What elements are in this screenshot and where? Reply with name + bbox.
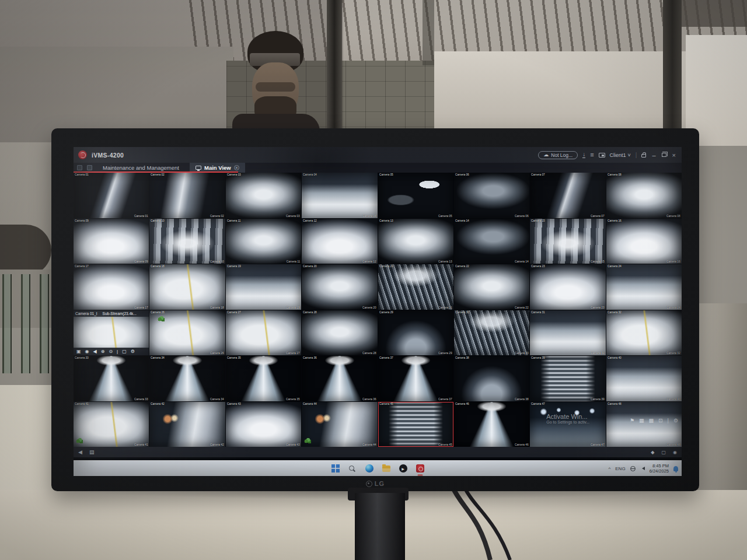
camera-tile[interactable]: Camera 02Camera 02	[149, 173, 225, 218]
control-panel-icon[interactable]	[77, 165, 82, 170]
tab-close-icon[interactable]: ×	[234, 165, 239, 170]
clock[interactable]: 8:45 PM 6/24/2025	[650, 463, 669, 474]
ptz-icon[interactable]: ⊕	[101, 349, 105, 354]
camera-tile[interactable]: Camera 06Camera 06	[454, 173, 529, 218]
restore-button[interactable]	[662, 153, 666, 157]
camera-tile[interactable]: Camera 04Camera 04	[302, 173, 377, 218]
capture-icon[interactable]: ▣	[76, 349, 81, 354]
camera-tile[interactable]: Camera 34Camera 34	[149, 356, 225, 401]
camera-osd-label: Camera 11	[227, 219, 240, 222]
camera-tile[interactable]: Camera 30Camera 30	[454, 310, 529, 356]
camera-tile[interactable]: Camera 01Camera 01	[74, 173, 149, 218]
camera-tile[interactable]: Camera 45Camera 45	[378, 402, 453, 447]
camera-tile[interactable]: Camera 14Camera 14	[454, 219, 529, 264]
camera-tile[interactable]: Camera 37Camera 37	[378, 356, 453, 401]
camera-tile[interactable]: Camera 24Camera 24	[606, 264, 682, 310]
camera-tile[interactable]: Camera 38Camera 38	[454, 356, 529, 401]
user-icon[interactable]: ◉	[673, 450, 677, 455]
camera-tile[interactable]: Camera 12Camera 12	[302, 219, 377, 264]
camera-tile[interactable]: Camera 03Camera 03	[226, 173, 301, 218]
layout-select-icon[interactable]: ▤	[89, 449, 95, 455]
camera-tile[interactable]: Camera 07Camera 07	[530, 173, 605, 218]
ivms-taskbar-button[interactable]	[416, 464, 424, 473]
camera-tile[interactable]: Camera 22Camera 22	[454, 264, 529, 310]
fullscreen-icon[interactable]: ⊡	[658, 418, 663, 424]
camera-tile[interactable]: Camera 10Camera 10	[149, 219, 225, 264]
camera-tile[interactable]: Camera 21Camera 21	[378, 264, 453, 310]
capture-window-icon[interactable]	[599, 153, 605, 158]
camera-tile[interactable]: Camera 16Camera 16	[606, 219, 682, 264]
camera-tile[interactable]: Camera 26Camera 26	[149, 310, 225, 356]
camera-tile[interactable]: Camera 46Camera 46	[454, 402, 529, 447]
camera-tile[interactable]: Camera 29Camera 29	[378, 310, 453, 356]
camera-tile[interactable]: Camera 01_ISub-Stream(23.4k...▣◉◀⊕⊙|▢⚙	[74, 310, 149, 356]
start-button[interactable]	[331, 464, 340, 473]
camera-tile[interactable]: Camera 19Camera 19	[226, 264, 301, 310]
camera-tile[interactable]: Camera 15Camera 15	[530, 219, 605, 264]
network-icon[interactable]	[630, 466, 636, 471]
camera-tile[interactable]: Camera 42Camera 42	[149, 402, 225, 447]
notifications-bell-icon[interactable]	[673, 466, 678, 471]
camera-name-label: Camera 48	[666, 443, 680, 446]
camera-tile[interactable]: Camera 18Camera 18	[149, 264, 225, 310]
login-status-button[interactable]: ☁ Not Log...	[538, 151, 578, 159]
digital-zoom-icon[interactable]: ⊙	[109, 349, 113, 354]
camera-tile[interactable]: Camera 36Camera 36	[302, 356, 377, 401]
task-list-icon[interactable]: ≡	[590, 152, 594, 158]
camera-tile[interactable]: Camera 48Camera 48	[606, 402, 682, 447]
camera-osd-label: Camera 46	[455, 402, 469, 405]
camera-osd-label: Camera 47	[531, 402, 545, 405]
minimize-button[interactable]: –	[651, 152, 657, 159]
camera-settings-icon[interactable]: ⚙	[131, 349, 135, 354]
client-selector[interactable]: Client1 ˅	[610, 152, 631, 158]
camera-tile[interactable]: Camera 39Camera 39	[530, 356, 605, 401]
camera-name-label: Camera 11	[287, 260, 300, 263]
camera-tile[interactable]: Camera 28Camera 28	[302, 310, 377, 356]
camera-tile[interactable]: Camera 44Camera 44	[302, 402, 377, 447]
camera-osd-label: Camera 29	[379, 311, 393, 314]
camera-name-label: Camera 05	[438, 215, 452, 218]
record-icon[interactable]: ◉	[85, 349, 89, 354]
camera-tile[interactable]: Camera 35Camera 35	[226, 356, 301, 401]
file-explorer-button[interactable]	[382, 464, 390, 473]
camera-name-label: Camera 12	[362, 260, 376, 263]
camera-tile[interactable]: Camera 23Camera 23	[530, 264, 605, 310]
lock-icon[interactable]	[641, 154, 646, 158]
edge-button[interactable]	[365, 464, 374, 473]
language-indicator[interactable]: ENG	[615, 466, 625, 471]
camera-tile[interactable]: Camera 41Camera 41	[74, 402, 149, 447]
camera-tile[interactable]: Camera 08Camera 08	[606, 173, 682, 218]
modules-icon[interactable]	[87, 165, 92, 170]
speaker-icon[interactable]	[640, 467, 645, 470]
camera-tile[interactable]: Camera 05Camera 05	[378, 173, 453, 218]
camera-name-label: Camera 07	[591, 215, 605, 218]
camera-tile[interactable]: Camera 11Camera 11	[226, 219, 301, 264]
camera-tile[interactable]: Camera 13Camera 13	[378, 219, 453, 264]
camera-tile[interactable]: Camera 17Camera 17	[74, 264, 149, 310]
layout-grid-icon[interactable]: ▩	[649, 418, 654, 424]
camera-tile[interactable]: Camera 31Camera 31	[530, 310, 605, 356]
download-icon[interactable]: ↓	[582, 152, 585, 158]
camera-name-label: Camera 35	[286, 398, 300, 401]
camera-tile[interactable]: Camera 09Camera 09	[74, 219, 149, 264]
camera-tile[interactable]: Camera 20Camera 20	[302, 264, 377, 310]
view-settings-icon[interactable]: ⚙	[673, 418, 678, 424]
layout-4-icon[interactable]: ▦	[639, 418, 644, 424]
close-button[interactable]: ×	[671, 152, 677, 159]
stop-all-icon[interactable]: ▢	[661, 450, 666, 455]
camera-tile[interactable]: Camera 40Camera 40	[606, 356, 682, 401]
media-player-button[interactable]: ▶	[399, 464, 407, 473]
camera-tile[interactable]: Camera 27Camera 27	[226, 310, 301, 356]
tray-chevron-icon[interactable]: ^	[609, 466, 611, 471]
pin-icon[interactable]: ◆	[651, 450, 654, 455]
snapshot-icon[interactable]: ▢	[122, 349, 127, 354]
alarm-flag-icon[interactable]: ⚑	[630, 418, 634, 424]
camera-tile[interactable]: Camera 47Camera 47	[530, 402, 605, 447]
camera-tile[interactable]: Camera 43Camera 43	[226, 402, 301, 447]
volume-icon[interactable]: ◀	[78, 449, 82, 455]
two-way-audio-icon[interactable]: ◀	[93, 349, 97, 354]
system-tray: ^ ENG 8:45 PM 6/24/2025	[609, 461, 678, 476]
camera-tile[interactable]: Camera 33Camera 33	[74, 356, 149, 401]
search-button[interactable]	[348, 464, 357, 473]
camera-tile[interactable]: Camera 32Camera 32	[606, 310, 682, 356]
